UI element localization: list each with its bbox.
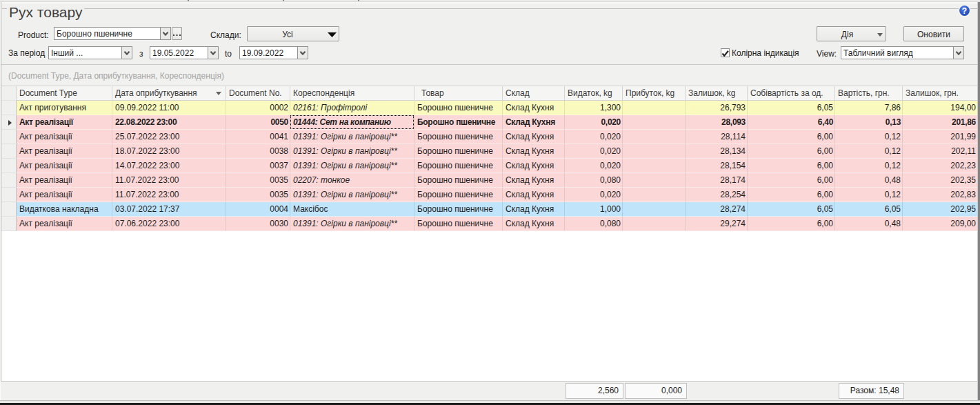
svg-text:?: ? — [962, 6, 967, 16]
